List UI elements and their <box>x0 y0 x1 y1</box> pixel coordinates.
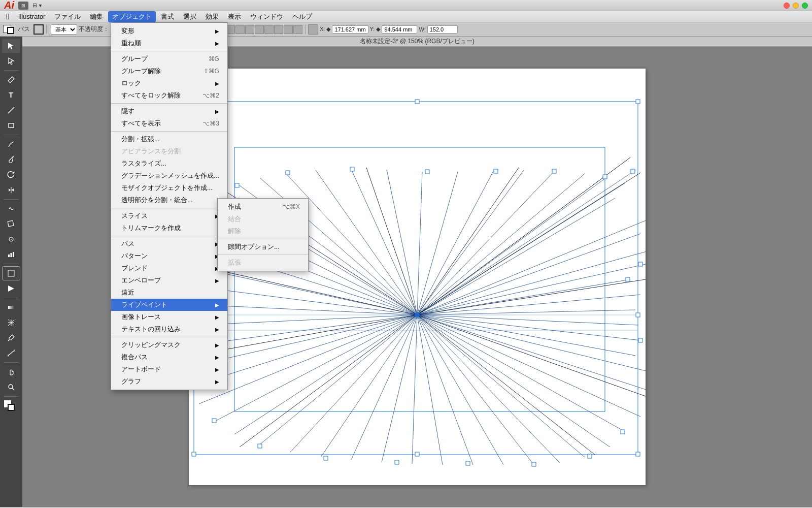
svg-line-52 <box>214 315 417 422</box>
handle-tm[interactable] <box>415 100 419 104</box>
minimize-button[interactable] <box>793 3 799 9</box>
menu-rasterize[interactable]: ラスタライズ... <box>111 157 227 170</box>
w-value[interactable]: 152.0 <box>427 25 458 34</box>
handle-bl[interactable] <box>192 452 196 456</box>
icon-7[interactable] <box>245 25 254 34</box>
menu-flatten[interactable]: 透明部分を分割・統合... <box>111 194 227 206</box>
menu-artboard[interactable]: アートボード ▶ <box>111 363 227 375</box>
close-button[interactable] <box>784 3 790 9</box>
icon-11[interactable] <box>284 25 293 34</box>
menu-text-wrap[interactable]: テキストの回り込み ▶ <box>111 323 227 335</box>
stroke-fill-indicator[interactable] <box>2 24 16 35</box>
tool-pencil[interactable] <box>2 137 20 151</box>
tool-type[interactable]: T <box>2 88 20 102</box>
menu-select[interactable]: 選択 <box>179 11 200 22</box>
handle-bm[interactable] <box>415 452 419 456</box>
menu-ungroup[interactable]: グループ解除 ⇧⌘G <box>111 65 227 77</box>
menu-unlock-all[interactable]: すべてをロック解除 ⌥⌘2 <box>111 89 227 102</box>
menu-type[interactable]: 書式 <box>157 11 178 22</box>
submenu-make[interactable]: 作成 ⌥⌘X <box>218 201 308 213</box>
toolbar-icon-2[interactable]: ⊟ ▼ <box>32 2 43 9</box>
menu-group[interactable]: グループ ⌘G <box>111 53 227 65</box>
tool-mirror[interactable] <box>2 183 20 197</box>
menu-blend[interactable]: ブレンド ▶ <box>111 262 227 274</box>
maximize-button[interactable] <box>802 3 808 9</box>
menu-expand-appearance: アピアランスを分割 <box>111 145 227 157</box>
tool-free-transform[interactable] <box>2 217 20 231</box>
separator <box>111 103 227 104</box>
tool-divider-2 <box>4 135 19 135</box>
svg-rect-98 <box>588 454 592 458</box>
stroke-color[interactable] <box>33 24 44 35</box>
menu-arrange[interactable]: 重ね順 ▶ <box>111 37 227 49</box>
menu-trim-marks[interactable]: トリムマークを作成 <box>111 222 227 234</box>
tool-graph[interactable] <box>2 247 20 262</box>
tool-zoom[interactable] <box>2 380 20 394</box>
tool-mesh[interactable] <box>2 315 20 330</box>
transform-icon[interactable] <box>308 24 318 35</box>
tool-hand[interactable] <box>2 365 20 379</box>
document-title: 名称未設定-3* @ 150% (RGB/プレビュー) <box>360 37 475 46</box>
menu-mosaic[interactable]: モザイクオブジェクトを作成... <box>111 182 227 194</box>
apple-menu[interactable]:  <box>2 12 13 21</box>
icon-6[interactable] <box>235 25 245 34</box>
tool-gradient[interactable] <box>2 300 20 314</box>
menu-transform[interactable]: 変形 ▶ <box>111 25 227 37</box>
tool-artboard[interactable] <box>2 266 20 280</box>
handle-tr[interactable] <box>636 100 640 104</box>
tool-eyedropper[interactable] <box>2 331 20 345</box>
handle-br[interactable] <box>636 452 640 456</box>
live-paint-submenu: 作成 ⌥⌘X 結合 解除 隙間オプション... 拡張 <box>217 198 309 271</box>
menu-object[interactable]: オブジェクト <box>108 11 156 22</box>
menu-graph[interactable]: グラフ ▶ <box>111 375 227 388</box>
submenu-merge: 結合 <box>218 213 308 225</box>
menu-gradient-mesh[interactable]: グラデーションメッシュを作成... <box>111 170 227 182</box>
icon-10[interactable] <box>274 25 283 34</box>
menu-perspective[interactable]: 遠近 <box>111 287 227 299</box>
menu-window[interactable]: ウィンドウ <box>246 11 287 22</box>
menu-expand[interactable]: 分割・拡張... <box>111 133 227 145</box>
tool-slice[interactable] <box>2 281 20 296</box>
submenu-gap-options[interactable]: 隙間オプション... <box>218 241 308 253</box>
menu-lock[interactable]: ロック ▶ <box>111 77 227 89</box>
tool-line[interactable] <box>2 103 20 117</box>
menu-live-paint[interactable]: ライブペイント ▶ <box>111 299 227 311</box>
handle-mr[interactable] <box>636 313 640 317</box>
menu-pattern[interactable]: パターン ▶ <box>111 250 227 262</box>
menu-illustrator[interactable]: Illustrator <box>14 12 49 21</box>
submenu-arrow: ▶ <box>215 302 219 308</box>
tool-warp[interactable] <box>2 202 20 216</box>
svg-rect-9 <box>8 270 14 276</box>
menu-hide[interactable]: 隠す ▶ <box>111 105 227 117</box>
menu-clipping-mask[interactable]: クリッピングマスク ▶ <box>111 339 227 351</box>
tool-symbol[interactable] <box>2 232 20 246</box>
menu-file[interactable]: ファイル <box>50 11 85 22</box>
menu-envelope[interactable]: エンベロープ ▶ <box>111 274 227 287</box>
menu-path[interactable]: パス ▶ <box>111 238 227 250</box>
menu-image-trace[interactable]: 画像トレース ▶ <box>111 311 227 323</box>
menu-edit[interactable]: 編集 <box>86 11 107 22</box>
menu-compound-path[interactable]: 複合パス ▶ <box>111 351 227 363</box>
tool-direct-select[interactable] <box>2 54 20 68</box>
mode-select[interactable]: 基本 <box>51 24 77 35</box>
fill-stroke-controls[interactable] <box>4 400 19 413</box>
icon-8[interactable] <box>255 25 264 34</box>
tool-rect[interactable] <box>2 118 20 133</box>
tool-pen[interactable] <box>2 73 20 87</box>
icon-12[interactable] <box>293 25 302 34</box>
menu-view[interactable]: 表示 <box>224 11 245 22</box>
tool-measure[interactable] <box>2 346 20 360</box>
toolbar-icon-1[interactable]: ⊞ <box>18 2 28 10</box>
icon-9[interactable] <box>264 25 274 34</box>
tool-brush[interactable] <box>2 152 20 167</box>
menu-slice[interactable]: スライス ▶ <box>111 210 227 222</box>
tool-select[interactable] <box>2 39 20 53</box>
x-value[interactable]: 171.627 mm <box>332 25 368 34</box>
tool-divider-6 <box>4 362 19 363</box>
tool-rotate[interactable] <box>2 168 20 182</box>
menu-effect[interactable]: 効果 <box>201 11 223 22</box>
y-value[interactable]: 94.544 mm <box>382 25 417 34</box>
menu-show-all[interactable]: すべてを表示 ⌥⌘3 <box>111 117 227 130</box>
divider-3 <box>305 25 306 34</box>
menu-help[interactable]: ヘルプ <box>288 11 316 22</box>
